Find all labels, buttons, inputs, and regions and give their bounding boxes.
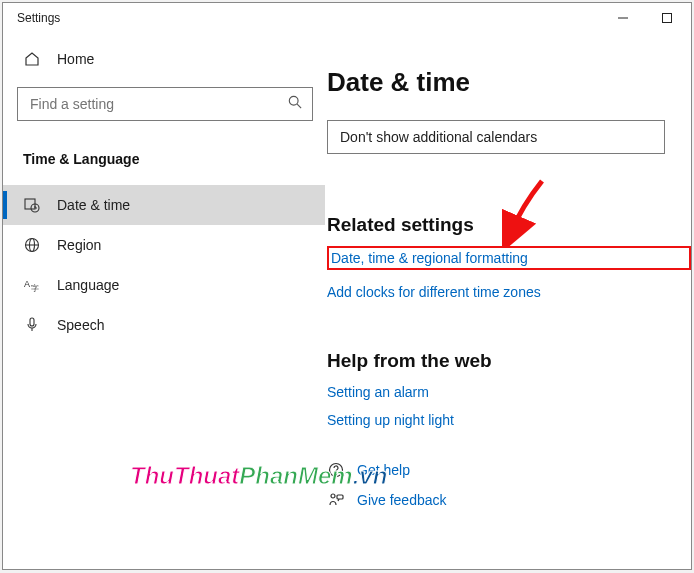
sidebar-item-label: Date & time: [57, 197, 130, 213]
microphone-icon: [23, 317, 41, 333]
sidebar-item-date-time[interactable]: Date & time: [3, 185, 325, 225]
sidebar-section-label: Time & Language: [3, 133, 325, 185]
link-setting-alarm[interactable]: Setting an alarm: [327, 384, 691, 400]
app-title: Settings: [17, 11, 60, 25]
svg-rect-1: [663, 14, 672, 23]
search-box[interactable]: [17, 87, 313, 121]
link-regional-formatting[interactable]: Date, time & regional formatting: [331, 250, 528, 266]
link-night-light[interactable]: Setting up night light: [327, 412, 691, 428]
help-icon: [327, 462, 345, 478]
related-links: Date, time & regional formatting Add clo…: [325, 246, 691, 300]
svg-text:字: 字: [31, 284, 39, 293]
page-title: Date & time: [325, 53, 691, 116]
home-nav[interactable]: Home: [3, 41, 325, 77]
sidebar: Home Time & Language Date & time: [3, 33, 325, 569]
link-give-feedback: Give feedback: [357, 492, 447, 508]
link-add-clocks[interactable]: Add clocks for different time zones: [327, 284, 691, 300]
svg-point-2: [289, 96, 298, 105]
feedback-icon: [327, 492, 345, 508]
sidebar-nav: Date & time Region A字 Language: [3, 185, 325, 345]
svg-rect-13: [30, 318, 34, 326]
globe-icon: [23, 237, 41, 253]
home-icon: [23, 51, 41, 67]
settings-window: Settings Home: [2, 2, 692, 570]
svg-rect-18: [337, 495, 343, 499]
titlebar: Settings: [3, 3, 691, 33]
sidebar-item-region[interactable]: Region: [3, 225, 325, 265]
sidebar-item-label: Speech: [57, 317, 104, 333]
bottom-links: Get help Give feedback: [325, 462, 691, 508]
link-get-help: Get help: [357, 462, 410, 478]
calendar-clock-icon: [23, 197, 41, 213]
calendar-dropdown[interactable]: Don't show additional calendars: [327, 120, 665, 154]
language-icon: A字: [23, 277, 41, 293]
related-settings-heading: Related settings: [327, 214, 691, 236]
feedback-row[interactable]: Give feedback: [325, 492, 691, 508]
svg-line-3: [297, 104, 301, 108]
maximize-button[interactable]: [645, 3, 689, 33]
minimize-button[interactable]: [601, 3, 645, 33]
sidebar-item-speech[interactable]: Speech: [3, 305, 325, 345]
home-label: Home: [57, 51, 94, 67]
svg-point-17: [331, 494, 335, 498]
help-heading: Help from the web: [327, 350, 691, 372]
search-input[interactable]: [30, 96, 288, 112]
help-links: Setting an alarm Setting up night light: [325, 384, 691, 428]
sidebar-item-label: Language: [57, 277, 119, 293]
sidebar-item-label: Region: [57, 237, 101, 253]
main-content: Date & time Don't show additional calend…: [325, 33, 691, 569]
sidebar-item-language[interactable]: A字 Language: [3, 265, 325, 305]
svg-text:A: A: [24, 279, 30, 289]
dropdown-value: Don't show additional calendars: [340, 129, 537, 145]
annotation-highlight: Date, time & regional formatting: [327, 246, 691, 270]
search-icon: [288, 95, 302, 113]
get-help-row[interactable]: Get help: [325, 462, 691, 478]
window-controls: [601, 3, 689, 33]
svg-point-16: [335, 473, 336, 474]
